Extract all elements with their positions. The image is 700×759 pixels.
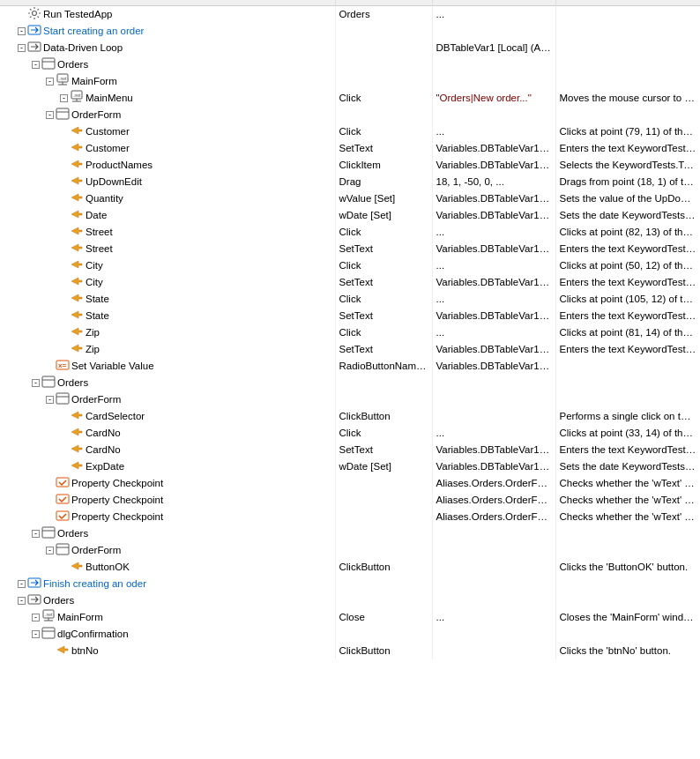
table-row[interactable]: - Start creating an order	[0, 23, 700, 40]
table-row[interactable]: CardNo SetTextVariables.DBTableVar1('Cre…	[0, 442, 700, 458]
table-row[interactable]: - Data-Driven Loop DBTableVar1 [Local] (…	[0, 40, 700, 56]
description-cell: Sets the date KeywordTests.Test1.Variabl…	[555, 207, 700, 224]
table-row[interactable]: Property Checkpoint Aliases.Orders.Order…	[0, 492, 700, 509]
expand-icon[interactable]: -	[32, 614, 40, 621]
item-label: MainForm	[57, 612, 103, 622]
item-label: CardNo	[86, 444, 121, 455]
description-cell: Clicks at point (81, 14) of the 'Zip' ob…	[555, 324, 700, 341]
value-cell	[432, 391, 555, 408]
operation-cell: Click	[335, 324, 432, 341]
item-cell: City	[0, 257, 335, 274]
expand-icon[interactable]: -	[32, 61, 40, 69]
table-row[interactable]: Zip SetTextVariables.DBTableVar1('ZIP')E…	[0, 341, 700, 358]
operation-cell	[335, 73, 432, 90]
svg-rect-22	[56, 495, 69, 503]
value-cell: Aliases.Orders.OrderForm.G...	[432, 492, 555, 509]
description-cell	[555, 375, 700, 391]
description-cell: Sets the value of the UpDown control 'Qu…	[555, 190, 700, 207]
item-label: State	[86, 294, 109, 304]
table-row[interactable]: - Orders	[0, 375, 700, 391]
expand-icon[interactable]: -	[46, 111, 54, 119]
item-cell: - Finish creating an oder	[0, 576, 335, 592]
expand-icon[interactable]: -	[32, 530, 40, 538]
value-cell	[432, 592, 555, 609]
table-row[interactable]: - Orders	[0, 592, 700, 609]
table-row[interactable]: CardSelector ClickButtonPerforms a singl…	[0, 408, 700, 425]
table-row[interactable]: - .net MainForm Close...Closes the 'Main…	[0, 609, 700, 626]
arrow-icon	[70, 425, 84, 439]
table-row[interactable]: Property Checkpoint Aliases.Orders.Order…	[0, 509, 700, 525]
item-label: Data-Driven Loop	[43, 42, 123, 53]
checkpoint-icon	[56, 475, 70, 489]
expand-icon[interactable]: -	[32, 379, 40, 387]
table-row[interactable]: - Orders	[0, 525, 700, 542]
item-label[interactable]: Finish creating an oder	[43, 578, 146, 589]
expand-icon[interactable]: -	[18, 597, 26, 605]
expand-icon[interactable]: -	[18, 27, 26, 35]
item-label[interactable]: Start creating an order	[43, 26, 144, 36]
operation-cell	[335, 626, 432, 643]
expand-icon[interactable]: -	[60, 94, 68, 102]
svg-rect-17	[42, 376, 55, 387]
table-row[interactable]: Zip Click...Clicks at point (81, 14) of …	[0, 324, 700, 341]
item-label: Run TestedApp	[43, 9, 112, 19]
table-row[interactable]: Customer SetTextVariables.DBTableVar1('N…	[0, 140, 700, 157]
table-row[interactable]: Run TestedApp Orders...	[0, 6, 700, 23]
value-cell	[432, 542, 555, 559]
arrow-icon	[70, 241, 84, 255]
value-cell: "Orders|New order..."	[432, 90, 555, 107]
table-row[interactable]: - OrderForm	[0, 391, 700, 408]
table-row[interactable]: - Finish creating an oder	[0, 576, 700, 592]
description-cell: Performs a single click on the specified…	[555, 408, 700, 425]
value-cell: 18, 1, -50, 0, ...	[432, 174, 555, 190]
expand-icon[interactable]: -	[46, 396, 54, 404]
description-cell: Sets the date KeywordTests.Test1.Variabl…	[555, 458, 700, 475]
table-row[interactable]: City Click...Clicks at point (50, 12) of…	[0, 257, 700, 274]
table-row[interactable]: Date wDate [Set]Variables.DBTableVar1('D…	[0, 207, 700, 224]
svg-text:.net: .net	[73, 93, 81, 98]
value-cell: ...	[432, 123, 555, 140]
item-label: OrderForm	[71, 545, 121, 555]
table-row[interactable]: Customer Click...Clicks at point (79, 11…	[0, 123, 700, 140]
table-row[interactable]: Property Checkpoint Aliases.Orders.Order…	[0, 475, 700, 492]
description-cell: Enters the text KeywordTests.Test1.Varia…	[555, 241, 700, 257]
table-row[interactable]: x= Set Variable Value RadioButtonName [P…	[0, 358, 700, 375]
tree-container[interactable]: Run TestedApp Orders... - Start creating…	[0, 0, 700, 759]
table-row[interactable]: ExpDate wDate [Set]Variables.DBTableVar1…	[0, 458, 700, 475]
table-row[interactable]: Quantity wValue [Set]Variables.DBTableVa…	[0, 190, 700, 207]
expand-icon[interactable]: -	[18, 44, 26, 52]
table-row[interactable]: City SetTextVariables.DBTableVar1('City'…	[0, 274, 700, 291]
table-row[interactable]: State Click...Clicks at point (105, 12) …	[0, 291, 700, 308]
table-row[interactable]: Street SetTextVariables.DBTableVar1('Str…	[0, 241, 700, 257]
table-row[interactable]: CardNo Click...Clicks at point (33, 14) …	[0, 425, 700, 442]
item-cell: - Orders	[0, 525, 335, 542]
expand-icon[interactable]: -	[18, 580, 26, 588]
expand-icon[interactable]: -	[46, 547, 54, 554]
item-label: Orders	[43, 595, 74, 606]
operation-cell: Click	[335, 224, 432, 241]
table-row[interactable]: - OrderForm	[0, 542, 700, 559]
table-row[interactable]: ProductNames ClickItemVariables.DBTableV…	[0, 157, 700, 174]
item-label: Customer	[86, 126, 130, 137]
table-row[interactable]: UpDownEdit Drag18, 1, -50, 0, ...Drags f…	[0, 174, 700, 190]
operation-cell: ClickButton	[335, 643, 432, 659]
item-cell: - dlgConfirmation	[0, 626, 335, 643]
svg-rect-34	[42, 628, 55, 638]
table-row[interactable]: - dlgConfirmation	[0, 626, 700, 643]
table-row[interactable]: - Orders	[0, 56, 700, 73]
table-row[interactable]: ButtonOK ClickButtonClicks the 'ButtonOK…	[0, 559, 700, 576]
description-cell	[555, 6, 700, 23]
operation-cell: Click	[335, 291, 432, 308]
table-row[interactable]: - OrderForm	[0, 107, 700, 123]
expand-icon[interactable]: -	[32, 630, 40, 638]
table-row[interactable]: - .net MainForm	[0, 73, 700, 90]
item-label: ExpDate	[86, 461, 124, 472]
expand-icon[interactable]: -	[46, 78, 54, 86]
value-cell	[432, 73, 555, 90]
orders-box-icon	[41, 626, 56, 640]
value-cell: ...	[432, 257, 555, 274]
table-row[interactable]: State SetTextVariables.DBTableVar1('Stat…	[0, 308, 700, 324]
table-row[interactable]: - .net MainMenu Click"Orders|New order..…	[0, 90, 700, 107]
table-row[interactable]: btnNo ClickButtonClicks the 'btnNo' butt…	[0, 643, 700, 659]
table-row[interactable]: Street Click...Clicks at point (82, 13) …	[0, 224, 700, 241]
